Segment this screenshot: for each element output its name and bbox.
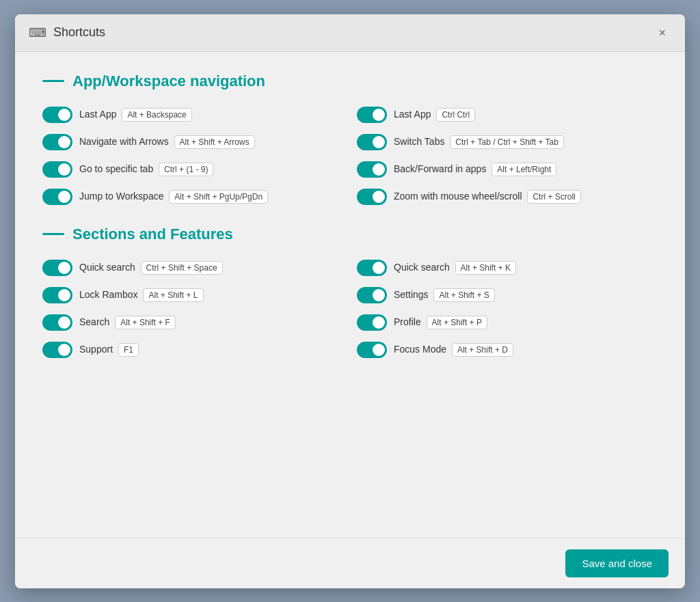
- toggle-0-1[interactable]: [357, 107, 387, 123]
- shortcut-key-0-0: Alt + Backspace: [122, 108, 191, 122]
- shortcut-key-0-4: Ctrl + (1 - 9): [159, 163, 213, 176]
- shortcuts-grid-workspace: Last App Alt + BackspaceLast App Ctrl Ct…: [42, 107, 658, 205]
- shortcut-item-1-6: Support F1: [42, 342, 343, 358]
- shortcut-item-1-4: Search Alt + Shift + F: [42, 314, 343, 331]
- shortcut-label-0-6: Jump to Workspace Alt + Shift + PgUp/PgD…: [79, 190, 268, 204]
- shortcut-label-1-0: Quick search Ctrl + Shift + Space: [79, 261, 223, 275]
- toggle-1-5[interactable]: [357, 314, 387, 331]
- section-title-features: Sections and Features: [72, 225, 233, 243]
- shortcut-key-1-6: F1: [118, 343, 139, 357]
- close-button[interactable]: ×: [653, 24, 671, 42]
- shortcut-label-1-5: Profile Alt + Shift + P: [394, 316, 487, 329]
- shortcut-label-1-7: Focus Mode Alt + Shift + D: [394, 343, 513, 357]
- section-title-workspace: App/Workspace navigation: [72, 72, 265, 90]
- section-header-workspace: App/Workspace navigation: [42, 72, 658, 90]
- dialog-content: App/Workspace navigationLast App Alt + B…: [15, 52, 685, 538]
- shortcut-label-1-2: Lock Rambox Alt + Shift + L: [79, 288, 204, 302]
- toggle-1-1[interactable]: [357, 260, 387, 276]
- shortcut-label-0-7: Zoom with mouse wheel/scroll Ctrl + Scro…: [394, 190, 581, 204]
- toggle-slider-0-3: [357, 134, 387, 150]
- title-bar: ⌨ Shortcuts ×: [15, 14, 685, 52]
- shortcut-key-0-2: Alt + Shift + Arrows: [174, 135, 255, 149]
- shortcut-label-1-3: Settings Alt + Shift + S: [394, 288, 495, 302]
- shortcut-item-1-5: Profile Alt + Shift + P: [357, 314, 658, 331]
- shortcut-key-1-4: Alt + Shift + F: [115, 316, 176, 329]
- toggle-1-4[interactable]: [42, 314, 72, 331]
- shortcut-item-1-7: Focus Mode Alt + Shift + D: [357, 342, 658, 358]
- shortcut-label-0-5: Back/Forward in apps Alt + Left/Right: [394, 163, 556, 176]
- shortcut-key-1-0: Ctrl + Shift + Space: [141, 261, 223, 275]
- shortcut-key-0-3: Ctrl + Tab / Ctrl + Shift + Tab: [450, 135, 564, 149]
- shortcut-item-0-2: Navigate with Arrows Alt + Shift + Arrow…: [42, 134, 343, 150]
- section-header-features: Sections and Features: [42, 225, 658, 243]
- toggle-1-0[interactable]: [42, 260, 72, 276]
- toggle-0-0[interactable]: [42, 107, 72, 123]
- shortcut-item-0-1: Last App Ctrl Ctrl: [357, 107, 658, 123]
- shortcut-key-0-1: Ctrl Ctrl: [436, 108, 475, 122]
- save-close-button[interactable]: Save and close: [565, 549, 669, 577]
- shortcut-item-0-3: Switch Tabs Ctrl + Tab / Ctrl + Shift + …: [357, 134, 658, 150]
- toggle-slider-1-7: [357, 342, 387, 358]
- shortcut-item-0-4: Go to specific tab Ctrl + (1 - 9): [42, 161, 343, 178]
- section-divider-features: [42, 233, 64, 235]
- shortcut-label-0-0: Last App Alt + Backspace: [79, 108, 192, 122]
- toggle-0-3[interactable]: [357, 134, 387, 150]
- shortcut-item-0-5: Back/Forward in apps Alt + Left/Right: [357, 161, 658, 178]
- shortcuts-dialog: ⌨ Shortcuts × App/Workspace navigationLa…: [15, 14, 685, 588]
- toggle-slider-1-1: [357, 260, 387, 276]
- title-bar-left: ⌨ Shortcuts: [29, 25, 105, 40]
- toggle-0-7[interactable]: [357, 189, 387, 205]
- toggle-slider-1-0: [42, 260, 72, 276]
- shortcut-item-0-6: Jump to Workspace Alt + Shift + PgUp/PgD…: [42, 189, 343, 205]
- toggle-slider-0-4: [42, 161, 72, 178]
- dialog-title: Shortcuts: [53, 25, 105, 40]
- shortcut-label-1-4: Search Alt + Shift + F: [79, 316, 176, 329]
- section-workspace: App/Workspace navigationLast App Alt + B…: [42, 72, 658, 205]
- shortcuts-grid-features: Quick search Ctrl + Shift + SpaceQuick s…: [42, 260, 658, 358]
- shortcut-key-1-2: Alt + Shift + L: [143, 288, 203, 302]
- toggle-slider-0-0: [42, 107, 72, 123]
- shortcut-label-0-2: Navigate with Arrows Alt + Shift + Arrow…: [79, 135, 255, 149]
- toggle-0-2[interactable]: [42, 134, 72, 150]
- toggle-slider-0-7: [357, 189, 387, 205]
- section-features: Sections and FeaturesQuick search Ctrl +…: [42, 225, 658, 358]
- shortcut-item-1-3: Settings Alt + Shift + S: [357, 287, 658, 303]
- toggle-0-4[interactable]: [42, 161, 72, 178]
- shortcut-key-1-3: Alt + Shift + S: [433, 288, 494, 302]
- shortcut-key-0-6: Alt + Shift + PgUp/PgDn: [169, 190, 268, 204]
- shortcut-label-1-6: Support F1: [79, 343, 139, 357]
- toggle-slider-1-3: [357, 287, 387, 303]
- shortcut-item-0-0: Last App Alt + Backspace: [42, 107, 343, 123]
- toggle-slider-1-4: [42, 314, 72, 331]
- toggle-1-3[interactable]: [357, 287, 387, 303]
- toggle-1-2[interactable]: [42, 287, 72, 303]
- shortcut-item-1-2: Lock Rambox Alt + Shift + L: [42, 287, 343, 303]
- shortcut-label-1-1: Quick search Alt + Shift + K: [394, 261, 516, 275]
- toggle-slider-1-2: [42, 287, 72, 303]
- shortcut-label-0-3: Switch Tabs Ctrl + Tab / Ctrl + Shift + …: [394, 135, 564, 149]
- keyboard-icon: ⌨: [29, 25, 46, 40]
- shortcut-label-0-1: Last App Ctrl Ctrl: [394, 108, 475, 122]
- toggle-1-6[interactable]: [42, 342, 72, 358]
- shortcut-key-0-5: Alt + Left/Right: [492, 163, 556, 176]
- toggle-0-5[interactable]: [357, 161, 387, 178]
- toggle-0-6[interactable]: [42, 189, 72, 205]
- shortcut-item-1-0: Quick search Ctrl + Shift + Space: [42, 260, 343, 276]
- dialog-footer: Save and close: [15, 538, 685, 588]
- toggle-slider-0-5: [357, 161, 387, 178]
- shortcut-key-0-7: Ctrl + Scroll: [527, 190, 580, 204]
- shortcut-item-1-1: Quick search Alt + Shift + K: [357, 260, 658, 276]
- shortcut-key-1-1: Alt + Shift + K: [455, 261, 516, 275]
- shortcut-key-1-5: Alt + Shift + P: [427, 316, 487, 329]
- section-divider-workspace: [42, 80, 64, 82]
- shortcut-item-0-7: Zoom with mouse wheel/scroll Ctrl + Scro…: [357, 189, 658, 205]
- toggle-slider-1-5: [357, 314, 387, 331]
- toggle-slider-0-1: [357, 107, 387, 123]
- toggle-slider-0-6: [42, 189, 72, 205]
- toggle-slider-1-6: [42, 342, 72, 358]
- toggle-slider-0-2: [42, 134, 72, 150]
- toggle-1-7[interactable]: [357, 342, 387, 358]
- shortcut-label-0-4: Go to specific tab Ctrl + (1 - 9): [79, 163, 213, 176]
- shortcut-key-1-7: Alt + Shift + D: [452, 343, 513, 357]
